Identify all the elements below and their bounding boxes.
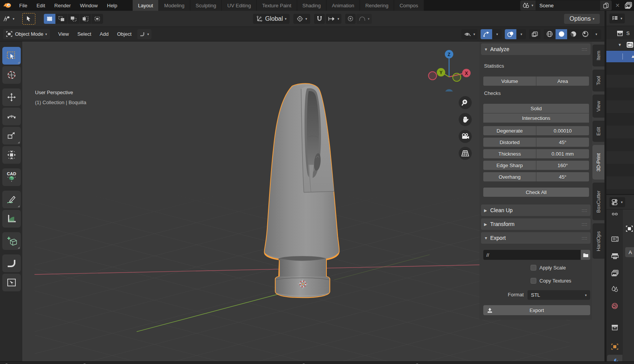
transform-panel-header[interactable]: ▶ Transform :::: [481,218,591,230]
outliner-scene-row[interactable]: S [606,28,634,38]
area-button[interactable]: Area [536,76,589,86]
check-overhang-button[interactable]: Overhang [483,172,536,181]
tab-texture-paint[interactable]: Texture Paint [257,0,297,11]
shading-wireframe-button[interactable] [544,29,555,39]
cleanup-panel-header[interactable]: ▶ Clean Up :::: [481,204,591,216]
check-edge-sharp-button[interactable]: Edge Sharp [483,161,536,170]
pivot-point-dropdown[interactable]: ▾ [293,14,310,24]
properties-field-partial[interactable]: A [625,247,634,257]
properties-tab-output[interactable] [607,249,622,263]
drag-dots-icon[interactable]: :::: [582,208,587,213]
tool-scale[interactable] [2,127,21,145]
tool-rotate[interactable] [2,108,21,125]
degenerate-value-field[interactable]: 0.00010 [536,126,589,135]
check-solid-button[interactable]: Solid [483,104,589,113]
tool-add-cube[interactable] [2,232,21,250]
options-dropdown[interactable]: Options ▾ [564,14,600,24]
check-degenerate-button[interactable]: Degenerate [483,126,536,135]
tool-fillet[interactable] [2,254,21,272]
menu-help[interactable]: Help [102,0,122,11]
check-distorted-button[interactable]: Distorted [483,138,536,147]
distorted-value-field[interactable]: 45° [536,138,589,147]
tab-sculpting[interactable]: Sculpting [190,0,221,11]
tab-layout[interactable]: Layout [133,0,158,11]
properties-tab-collection[interactable] [607,321,622,334]
sidebar-tab-tool[interactable]: Tool [592,70,604,91]
proportional-falloff-dropdown[interactable]: ▾ [356,14,372,24]
tab-rendering[interactable]: Rendering [360,0,394,11]
proportional-editing-button[interactable] [345,14,356,24]
drag-dots-icon[interactable]: :::: [582,47,587,52]
outliner-empty-area[interactable] [606,62,634,194]
drag-dots-icon[interactable]: :::: [582,222,587,226]
snap-toggle-button[interactable] [314,14,325,24]
transform-orientation-dropdown[interactable]: Global ▾ [253,14,290,24]
toggle-perspective-button[interactable] [459,147,472,160]
shading-solid-button[interactable] [556,29,567,39]
view-layer-button[interactable] [623,2,634,9]
viewport-3d[interactable]: User Perspective (1) Collection | Boquil… [0,42,604,364]
analyze-panel-header[interactable]: ▼ Analyze :::: [481,43,591,55]
tab-modeling[interactable]: Modeling [159,0,190,11]
tool-select-box[interactable] [2,47,21,65]
sidebar-tab-3d-print[interactable]: 3D-Print [592,145,604,180]
pan-button[interactable] [459,113,472,126]
expand-triangle-icon[interactable]: ▼ [618,43,622,47]
mode-dropdown[interactable]: Object Mode ▾ [3,29,50,39]
export-path-field[interactable]: // [483,250,581,260]
active-tool-indicator[interactable] [22,13,35,25]
scene-browse-button[interactable]: ▾ [520,0,536,10]
apply-scale-checkbox[interactable] [531,265,536,271]
check-thickness-button[interactable]: Thickness [483,149,536,158]
export-panel-header[interactable]: ▼ Export :::: [481,232,591,244]
outliner-object-row-selected[interactable] [606,51,634,62]
properties-tab-render[interactable] [607,233,622,246]
tab-compositing[interactable]: Compos [394,0,423,11]
properties-editor-type-button[interactable]: ▾ [609,197,625,207]
overlays-dropdown[interactable]: ▾ [517,29,526,39]
sidebar-tab-boxcutter[interactable]: BoxCutter [592,183,604,220]
menu-render[interactable]: Render [50,0,75,11]
select-mode-invert[interactable] [80,14,91,24]
menu-edit[interactable]: Edit [32,0,50,11]
check-intersections-button[interactable]: Intersections [483,113,589,123]
volume-button[interactable]: Volume [483,76,536,86]
show-overlays-toggle[interactable] [505,29,516,39]
tab-shading[interactable]: Shading [297,0,326,11]
select-mode-set[interactable] [44,14,55,24]
properties-tab-world[interactable] [607,299,622,312]
tool-box-select-addon[interactable] [2,274,21,291]
properties-tab-view-layer[interactable] [607,266,622,279]
new-scene-button[interactable] [600,0,612,10]
menu-select[interactable]: Select [73,27,95,42]
menu-file[interactable]: File [15,0,32,11]
menu-object[interactable]: Object [113,27,136,42]
shading-rendered-button[interactable] [579,29,591,39]
snap-target-dropdown[interactable]: ▾ [326,14,342,24]
sidebar-tab-view[interactable]: View [592,95,604,118]
camera-view-button[interactable] [459,130,472,143]
zoom-button[interactable] [459,96,472,109]
tool-cursor[interactable] [2,66,21,84]
blender-logo-icon[interactable] [0,0,15,11]
gizmo-dropdown[interactable]: ▾ [493,29,502,39]
tool-measure[interactable] [2,210,21,228]
unlink-scene-button[interactable]: ✕ [612,2,623,8]
format-dropdown[interactable]: STL ▾ [528,290,590,300]
transform-pivot-mini-dropdown[interactable]: ▾ [137,29,151,39]
visibility-dropdown[interactable]: ▾ [461,29,478,39]
xray-toggle[interactable] [529,29,541,39]
menu-add[interactable]: Add [95,27,113,42]
outliner-collection-row[interactable]: ▼ [606,39,634,50]
select-mode-extend[interactable] [56,14,67,24]
menu-view[interactable]: View [54,27,73,42]
overhang-value-field[interactable]: 45° [536,172,589,181]
properties-tab-tool[interactable] [607,209,622,217]
sidebar-tab-hardops[interactable]: HardOps [592,223,604,259]
menu-window[interactable]: Window [75,0,102,11]
shading-material-button[interactable] [567,29,579,39]
tool-annotate[interactable] [2,191,21,208]
thickness-value-field[interactable]: 0.001 mm [536,149,589,158]
tab-uv-editing[interactable]: UV Editing [222,0,256,11]
copy-textures-checkbox[interactable] [531,278,536,284]
